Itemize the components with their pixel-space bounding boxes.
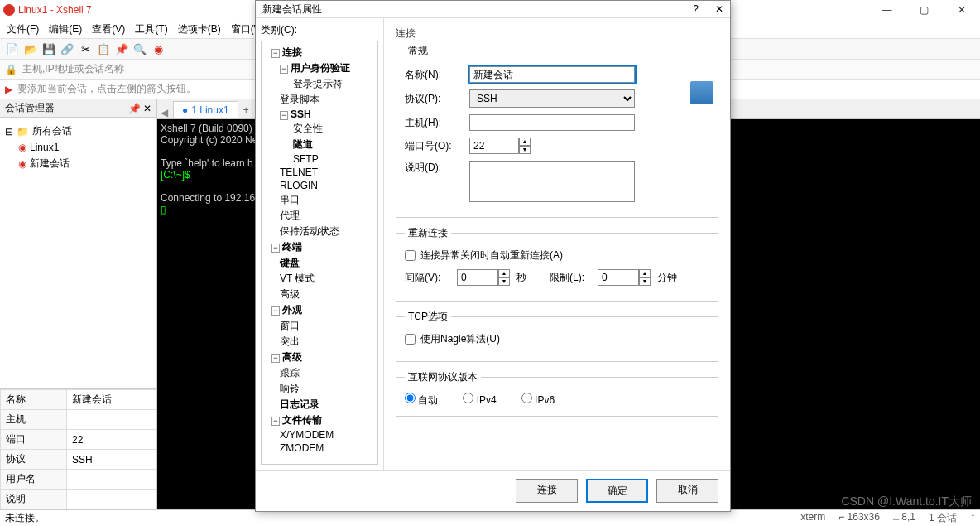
cat-proxy[interactable]: 代理	[263, 208, 376, 224]
menu-tabs[interactable]: 选项卡(B)	[178, 22, 221, 36]
menu-file[interactable]: 文件(F)	[7, 22, 39, 36]
cat-sftp[interactable]: SFTP	[263, 152, 376, 166]
nagle-checkbox[interactable]	[405, 334, 416, 345]
radio-ipv4[interactable]: IPv4	[463, 393, 496, 408]
session-properties: 名称新建会话 主机 端口22 协议SSH 用户名 说明	[0, 388, 156, 509]
limit-input[interactable]	[598, 269, 639, 286]
table-row: 协议SSH	[1, 450, 156, 470]
help-button[interactable]: ?	[693, 3, 699, 15]
session-manager-panel: 会话管理器 📌 ✕ ⊟ 📁 所有会话 ◉ Linux1 ◉ 新建会话 名称新建会…	[0, 99, 157, 509]
port-down-icon[interactable]: ▼	[519, 146, 531, 154]
table-row: 主机	[1, 410, 156, 430]
cat-tunnel[interactable]: 隧道	[263, 137, 376, 152]
watermark: CSDN @I.Want.to.IT大师	[841, 495, 972, 509]
cat-window[interactable]: 窗口	[263, 318, 376, 334]
host-label: 主机(H):	[405, 116, 463, 130]
ipver-group: 互联网协议版本 自动 IPv4 IPv6	[396, 370, 718, 417]
desc-input[interactable]	[469, 161, 635, 202]
panel-title: 连接	[396, 27, 718, 41]
session-icon: ◉	[18, 142, 26, 153]
port-label: 端口号(O):	[405, 139, 463, 153]
menu-view[interactable]: 查看(V)	[92, 22, 125, 36]
radio-ipv6[interactable]: IPv6	[521, 393, 555, 408]
dialog-title: 新建会话属性	[262, 2, 322, 17]
protocol-label: 协议(P):	[405, 92, 463, 106]
xshell-icon[interactable]: ◉	[151, 41, 166, 56]
tcp-group: TCP选项 使用Nagle算法(U)	[396, 310, 718, 362]
connect-button[interactable]: 连接	[516, 479, 578, 503]
seconds-label: 秒	[516, 271, 526, 285]
cat-auth[interactable]: −用户身份验证	[263, 60, 376, 76]
cat-login-prompt[interactable]: 登录提示符	[263, 76, 376, 92]
status-caps: ↑	[970, 511, 975, 525]
cat-connection[interactable]: −连接	[263, 45, 376, 60]
cat-security[interactable]: 安全性	[263, 121, 376, 137]
desc-label: 说明(D):	[405, 161, 463, 175]
category-tree[interactable]: −连接 −用户身份验证 登录提示符 登录脚本 −SSH 安全性 隧道 SFTP …	[261, 41, 378, 465]
cat-highlight[interactable]: 突出	[263, 334, 376, 350]
panel-pin-icon[interactable]: 📌 ✕	[128, 103, 151, 114]
connect-icon[interactable]: 🔗	[60, 41, 74, 56]
cat-bell[interactable]: 响铃	[263, 381, 376, 397]
addressbar-hint[interactable]: 主机,IP地址或会话名称	[22, 62, 124, 76]
session-tree: ⊟ 📁 所有会话 ◉ Linux1 ◉ 新建会话	[0, 118, 156, 177]
dialog-close-button[interactable]: ✕	[715, 3, 723, 15]
tab-add-button[interactable]: +	[238, 102, 254, 118]
cat-serial[interactable]: 串口	[263, 192, 376, 208]
name-input[interactable]	[469, 66, 635, 83]
cat-zmodem[interactable]: ZMODEM	[263, 442, 376, 455]
cancel-button[interactable]: 取消	[656, 479, 718, 503]
app-logo-icon	[3, 4, 15, 16]
menu-tools[interactable]: 工具(T)	[135, 22, 167, 36]
status-term: xterm	[800, 511, 825, 525]
cat-terminal[interactable]: −终端	[263, 239, 376, 255]
port-up-icon[interactable]: ▲	[519, 138, 531, 146]
save-icon[interactable]: 💾	[41, 41, 56, 56]
dialog-titlebar: 新建会话属性 ? ✕	[256, 1, 730, 18]
window-title: Linux1 - Xshell 7	[18, 4, 92, 16]
protocol-select[interactable]: SSH	[469, 89, 635, 108]
session-item-new[interactable]: ◉ 新建会话	[5, 155, 151, 172]
table-row: 用户名	[1, 470, 156, 490]
cat-vtmode[interactable]: VT 模式	[263, 271, 376, 287]
cat-filetransfer[interactable]: −文件传输	[263, 413, 376, 428]
tip-text: 要添加当前会话，点击左侧的箭头按钮。	[17, 82, 196, 96]
minimize-button[interactable]: —	[868, 0, 906, 20]
minutes-label: 分钟	[657, 271, 677, 285]
bullet-icon: ●	[182, 104, 188, 116]
auto-reconnect-checkbox[interactable]	[405, 250, 416, 261]
find-icon[interactable]: 🔍	[132, 41, 147, 56]
collapse-icon[interactable]: ⊟	[5, 126, 13, 138]
disconnect-icon[interactable]: ✂	[78, 41, 93, 56]
cat-advanced[interactable]: 高级	[263, 287, 376, 302]
cat-telnet[interactable]: TELNET	[263, 166, 376, 179]
tab-prev-icon[interactable]: ◀	[157, 107, 171, 118]
cat-trace[interactable]: 跟踪	[263, 365, 376, 381]
cat-appearance[interactable]: −外观	[263, 302, 376, 318]
tab-linux1[interactable]: ● 1 Linux1	[173, 101, 238, 118]
cat-logging[interactable]: 日志记录	[263, 397, 376, 413]
cat-advanced2[interactable]: −高级	[263, 350, 376, 365]
close-button[interactable]: ✕	[943, 0, 980, 20]
nagle-label: 使用Nagle算法(U)	[420, 332, 500, 346]
interval-input[interactable]	[457, 269, 498, 286]
port-input[interactable]	[469, 138, 519, 154]
cat-xymodem[interactable]: X/YMODEM	[263, 428, 376, 442]
host-input[interactable]	[469, 114, 635, 131]
cat-rlogin[interactable]: RLOGIN	[263, 179, 376, 192]
cat-login-script[interactable]: 登录脚本	[263, 92, 376, 108]
radio-auto[interactable]: 自动	[405, 393, 438, 408]
open-icon[interactable]: 📂	[23, 41, 38, 56]
paste-icon[interactable]: 📌	[114, 41, 129, 56]
maximize-button[interactable]: ▢	[906, 0, 943, 20]
cat-keepalive[interactable]: 保持活动状态	[263, 224, 376, 239]
ok-button[interactable]: 确定	[586, 479, 648, 503]
session-item-linux1[interactable]: ◉ Linux1	[5, 140, 151, 155]
menu-edit[interactable]: 编辑(E)	[49, 22, 82, 36]
tree-root[interactable]: ⊟ 📁 所有会话	[5, 123, 151, 140]
copy-icon[interactable]: 📋	[96, 41, 111, 56]
cat-keyboard[interactable]: 键盘	[263, 255, 376, 271]
status-cursor: ⎵ 8,1	[893, 511, 915, 525]
new-icon[interactable]: 📄	[5, 41, 20, 56]
cat-ssh[interactable]: −SSH	[263, 108, 376, 121]
